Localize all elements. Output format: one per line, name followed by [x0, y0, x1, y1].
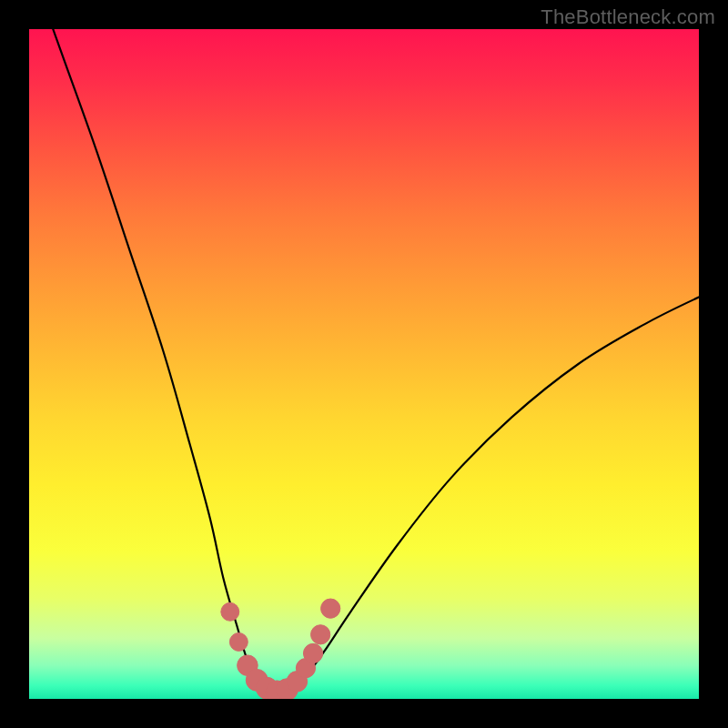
curve-marker — [303, 643, 322, 662]
curve-markers — [221, 599, 340, 699]
curve-marker — [229, 632, 248, 651]
bottleneck-curve-svg — [29, 29, 699, 699]
curve-marker — [221, 602, 239, 621]
plot-area — [29, 29, 699, 699]
curve-marker — [321, 599, 340, 618]
watermark-text: TheBottleneck.com — [541, 5, 715, 29]
chart-frame: TheBottleneck.com — [0, 0, 728, 728]
curve-marker — [311, 625, 330, 644]
bottleneck-curve — [29, 29, 699, 693]
